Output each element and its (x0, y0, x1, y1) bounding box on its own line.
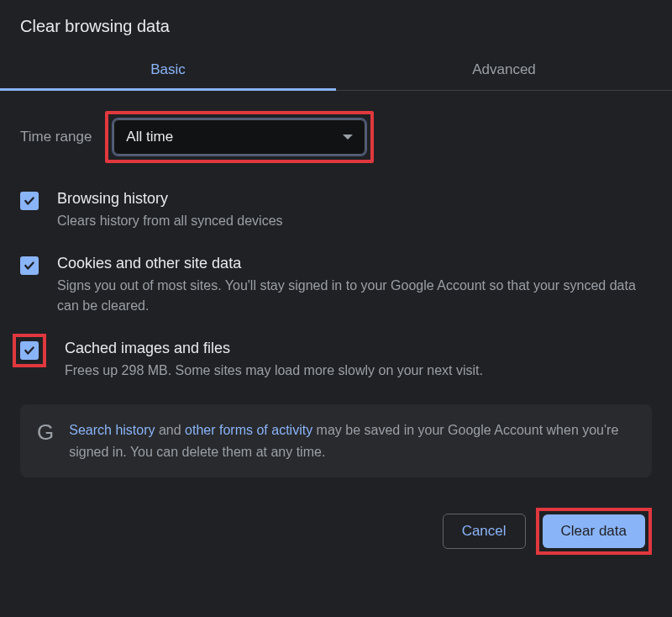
time-range-value: All time (126, 129, 173, 145)
checkbox-highlight (13, 334, 46, 367)
checkmark-icon (24, 195, 35, 207)
dialog-actions: Cancel Clear data (0, 477, 672, 575)
option-browsing-history: Browsing history Clears history from all… (20, 190, 652, 231)
checkbox-cached[interactable] (20, 341, 39, 360)
option-title: Browsing history (57, 190, 652, 208)
time-range-highlight: All time (105, 111, 374, 163)
option-cached: Cached images and files Frees up 298 MB.… (20, 340, 652, 381)
time-range-select[interactable]: All time (113, 119, 365, 155)
info-text: Search history and other forms of activi… (69, 419, 635, 462)
checkbox-browsing-history[interactable] (20, 192, 39, 210)
time-range-label: Time range (20, 129, 92, 145)
option-desc: Signs you out of most sites. You'll stay… (57, 276, 652, 316)
tabs: Basic Advanced (0, 50, 672, 91)
chevron-down-icon (343, 134, 353, 140)
link-other-activity[interactable]: other forms of activity (185, 423, 312, 437)
checkbox-cookies[interactable] (20, 256, 39, 275)
clear-browsing-data-dialog: Clear browsing data Basic Advanced Time … (0, 0, 672, 575)
dialog-title: Clear browsing data (0, 0, 672, 50)
info-text-part: and (155, 423, 186, 437)
checkbox-wrap (20, 190, 39, 210)
time-range-row: Time range All time (20, 111, 652, 163)
option-text: Cookies and other site data Signs you ou… (57, 255, 652, 316)
option-text: Cached images and files Frees up 298 MB.… (65, 340, 652, 381)
tab-basic[interactable]: Basic (0, 50, 336, 90)
option-desc: Frees up 298 MB. Some sites may load mor… (65, 361, 652, 381)
clear-data-highlight: Clear data (536, 508, 652, 555)
checkmark-icon (24, 260, 35, 272)
checkmark-icon (24, 345, 35, 356)
tab-advanced[interactable]: Advanced (336, 50, 672, 90)
google-g-icon: G (37, 419, 54, 446)
dialog-content: Time range All time Browsing history Cle… (0, 91, 672, 477)
link-search-history[interactable]: Search history (69, 423, 155, 437)
clear-data-button[interactable]: Clear data (543, 514, 645, 548)
checkbox-wrap (20, 255, 39, 275)
option-title: Cookies and other site data (57, 255, 652, 272)
info-box: G Search history and other forms of acti… (20, 404, 652, 477)
option-text: Browsing history Clears history from all… (57, 190, 652, 231)
option-cookies: Cookies and other site data Signs you ou… (20, 255, 652, 316)
option-desc: Clears history from all synced devices (57, 211, 652, 231)
cancel-button[interactable]: Cancel (443, 514, 526, 549)
option-title: Cached images and files (65, 340, 652, 357)
